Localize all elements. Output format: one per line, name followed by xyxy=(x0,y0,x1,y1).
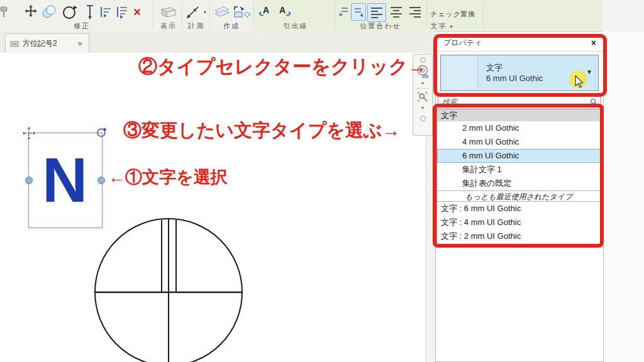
ribbon-group-label-measure: 計測 xyxy=(181,21,211,30)
nav-caret-icon[interactable]: ▾ xyxy=(421,80,424,86)
measure-button[interactable] xyxy=(185,3,201,21)
view-box-button[interactable] xyxy=(158,3,179,21)
group-separator xyxy=(182,2,182,28)
distribute-icon xyxy=(115,4,129,19)
search-input[interactable] xyxy=(441,96,582,107)
properties-panel-header: プロパティ × xyxy=(435,35,604,52)
group-separator xyxy=(426,2,427,28)
selection-handle-right[interactable] xyxy=(97,177,105,184)
group-separator xyxy=(483,2,484,28)
add-leader-left-button[interactable]: A xyxy=(257,3,274,21)
measure-dropdown-caret[interactable]: ▾ xyxy=(201,3,209,21)
leader-pos-selected-icon xyxy=(353,6,364,18)
recent-type-item[interactable]: 文字 : 6 mm UI Gothic xyxy=(437,202,601,216)
annotation-step2: ②タイプセレクターをクリック→ xyxy=(138,54,426,80)
move-button[interactable] xyxy=(23,3,39,21)
copy-icon xyxy=(41,4,57,19)
ribbon-group-label-leader: 引出線 xyxy=(264,21,327,30)
type-search-field[interactable] xyxy=(438,95,601,107)
type-preview-thumbnail xyxy=(442,57,478,89)
ribbon-group-label-modify: 修正 xyxy=(38,21,126,30)
type-list-item[interactable]: 4 mm UI Gothic xyxy=(437,135,601,149)
create-plane-button[interactable] xyxy=(213,3,231,21)
nav-caret-icon[interactable]: ▾ xyxy=(421,105,424,111)
pin-button[interactable] xyxy=(84,3,96,21)
pin-tool-icon[interactable] xyxy=(0,3,13,21)
region-arrows-icon xyxy=(232,4,251,19)
recent-type-item[interactable]: 文字 : 4 mm UI Gothic xyxy=(437,216,601,229)
nav-dot-icon[interactable] xyxy=(420,116,426,121)
properties-close-icon[interactable]: × xyxy=(591,38,596,48)
align-left-button[interactable] xyxy=(367,3,386,22)
copy-button[interactable] xyxy=(40,3,58,21)
annotation-step1: ←①文字を選択 xyxy=(108,166,228,189)
align-left-icon xyxy=(370,6,384,19)
ribbon-group-label-create: 作成 xyxy=(211,21,252,30)
recent-types-header: もっとも最近使用されたタイプ xyxy=(437,190,601,202)
move-icon xyxy=(23,4,38,19)
type-list-item[interactable]: 集計表の既定 xyxy=(437,177,601,190)
search-icon xyxy=(590,98,597,106)
type-selector-family: 文字 xyxy=(486,62,502,74)
type-list-item[interactable]: 集計文字 1 xyxy=(437,163,601,177)
add-leader-right-button[interactable]: A xyxy=(275,3,293,21)
rotate-handle-icon[interactable] xyxy=(96,127,107,138)
pin-glyph xyxy=(0,4,12,19)
spell-check-button[interactable]: チェック xyxy=(430,9,461,19)
align-right-button[interactable] xyxy=(406,3,424,21)
move-handle-icon[interactable] xyxy=(21,126,36,141)
selection-handle-left[interactable] xyxy=(25,177,33,184)
align-button[interactable] xyxy=(98,3,113,21)
nav-separator xyxy=(416,88,430,89)
compass-symbol-drawing[interactable] xyxy=(0,53,425,362)
measure-icon xyxy=(186,4,201,19)
align-right-icon xyxy=(408,6,422,18)
window-right-margin xyxy=(604,31,644,362)
group-separator xyxy=(153,2,153,28)
recent-type-item[interactable]: 文字 : 2 mm UI Gothic xyxy=(437,229,601,243)
type-family-header: 文字 xyxy=(437,109,601,121)
group-separator xyxy=(335,2,335,28)
ribbon-group-label-alignment: 位置合わせ xyxy=(346,21,415,30)
leader-a-right-icon: A xyxy=(276,4,292,20)
find-replace-button[interactable]: 置換 xyxy=(460,9,475,19)
align-center-button[interactable] xyxy=(387,3,405,21)
plane-stack-icon xyxy=(213,4,231,19)
pan-zoom-icon[interactable] xyxy=(416,90,429,103)
type-selector-caret-icon[interactable]: ▼ xyxy=(586,69,592,75)
delete-button[interactable]: × xyxy=(130,3,145,21)
group-separator xyxy=(209,2,210,28)
pin-icon xyxy=(85,4,95,20)
svg-text:A: A xyxy=(263,5,269,15)
app-window: × ▾ xyxy=(0,0,644,362)
delete-x-icon: × xyxy=(133,5,141,19)
caret-down-icon: ▾ xyxy=(204,9,206,15)
rotate-icon xyxy=(61,4,77,20)
text-group-caret-icon: ▾ xyxy=(450,24,454,30)
mouse-cursor-icon xyxy=(574,75,584,88)
align-icon xyxy=(99,4,113,19)
type-list-item-selected[interactable]: 6 mm UI Gothic xyxy=(437,149,601,163)
distribute-button[interactable] xyxy=(114,3,130,21)
tab-title: 方位記号2 xyxy=(23,38,57,49)
ribbon-right-filler xyxy=(602,0,644,31)
type-dropdown-list: 文字 2 mm UI Gothic 4 mm UI Gothic 6 mm UI… xyxy=(436,109,601,246)
leader-position-1-button[interactable] xyxy=(337,3,351,19)
ribbon: × ▾ xyxy=(0,0,644,32)
tab-close-icon[interactable]: × xyxy=(77,39,82,48)
annotation-step3: ③変更したい文字タイプを選ぶ→ xyxy=(123,118,400,143)
leader-position-2-button[interactable] xyxy=(351,3,366,21)
view-tab[interactable]: 方位記号2 × xyxy=(5,33,89,53)
leader-pos-icon xyxy=(338,5,350,18)
svg-text:A: A xyxy=(279,5,286,15)
leader-a-left-icon: A xyxy=(257,4,274,20)
rotate-button[interactable] xyxy=(60,3,78,21)
view-box-icon xyxy=(159,4,178,19)
type-list-item[interactable]: 2 mm UI Gothic xyxy=(437,121,601,135)
align-center-icon xyxy=(389,6,403,18)
create-region-button[interactable] xyxy=(231,3,252,21)
type-selector-type-name: 6 mm UI Gothic xyxy=(486,74,543,83)
properties-title: プロパティ xyxy=(443,38,482,48)
family-document-icon xyxy=(10,40,19,48)
group-separator xyxy=(253,2,253,28)
